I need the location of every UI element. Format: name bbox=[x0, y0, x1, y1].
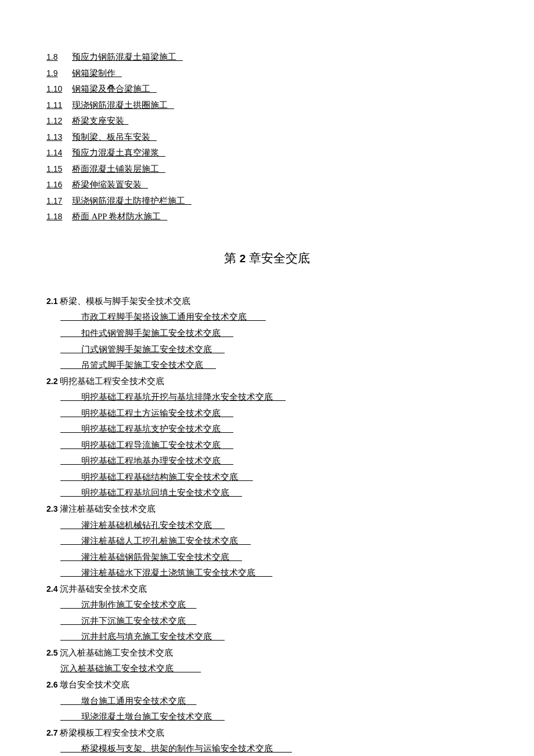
section-num: 2.5 bbox=[46, 645, 57, 661]
chapter-title: 第 2 章安全交底 bbox=[46, 247, 488, 270]
section-title: 桥梁模板工程安全技术交底 bbox=[60, 725, 164, 741]
sub-link: 明挖基础工程地基办理安全技术交底 bbox=[60, 456, 233, 465]
sub-item[interactable]: 沉井封底与填充施工安全技术交底 bbox=[60, 629, 488, 645]
toc-row[interactable]: 1.17现浇钢筋混凝土防撞护栏施工 bbox=[46, 193, 488, 209]
toc-label: 预制梁、板吊车安装 bbox=[72, 129, 157, 146]
sub-item[interactable]: 灌注桩基础钢筋骨架施工安全技术交底 bbox=[60, 549, 488, 566]
sub-item[interactable]: 明挖基础工程基坑回填土安全技术交底 bbox=[60, 485, 488, 501]
toc-label: 钢箱梁制作 bbox=[72, 66, 122, 82]
section-title: 明挖基础工程安全技术交底 bbox=[60, 374, 164, 390]
toc-row[interactable]: 1.8预应力钢筋混凝土箱梁施工 bbox=[46, 49, 488, 66]
toc-row[interactable]: 1.18桥面 APP 卷材防水施工 bbox=[46, 209, 488, 225]
section-num: 2.2 bbox=[46, 374, 57, 389]
toc-num: 1.16 bbox=[46, 177, 72, 193]
chapter-number: 2 bbox=[240, 252, 246, 265]
section-title: 灌注桩基础安全技术交底 bbox=[60, 501, 156, 518]
section-title: 墩台安全技术交底 bbox=[60, 677, 129, 693]
section-num: 2.3 bbox=[46, 501, 57, 517]
section-num: 2.7 bbox=[46, 725, 57, 741]
toc-num: 1.13 bbox=[46, 129, 72, 145]
sub-item[interactable]: 沉入桩基础施工安全技术交底 bbox=[60, 661, 488, 677]
section-head: 2.2明挖基础工程安全技术交底 bbox=[46, 374, 488, 390]
toc-row[interactable]: 1.12桥梁支座安装 bbox=[46, 113, 488, 129]
toc-num: 1.14 bbox=[46, 145, 72, 161]
toc-row[interactable]: 1.10钢箱梁及叠合梁施工 bbox=[46, 81, 488, 97]
toc-label: 预应力钢筋混凝土箱梁施工 bbox=[72, 49, 183, 66]
sub-link: 桥梁模板与支架、拱架的制作与运输安全技术交底 bbox=[60, 744, 292, 753]
sub-link: 明挖基础工程基坑支护安全技术交底 bbox=[60, 424, 233, 433]
section-title: 桥梁、模板与脚手架安全技术交底 bbox=[60, 294, 190, 310]
toc-label: 桥面 APP 卷材防水施工 bbox=[72, 209, 167, 225]
sub-item[interactable]: 沉井下沉施工安全技术交底 bbox=[60, 613, 488, 630]
sub-item[interactable]: 市政工程脚手架搭设施工通用安全技术交底 bbox=[60, 309, 488, 325]
sub-link: 明挖基础工程基础结构施工安全技术交底 bbox=[60, 472, 253, 482]
sub-link: 灌注桩基础人工挖孔桩施工安全技术交底 bbox=[60, 536, 251, 545]
section-head: 2.1桥梁、模板与脚手架安全技术交底 bbox=[46, 294, 488, 310]
sub-item[interactable]: 明挖基础工程土方运输安全技术交底 bbox=[60, 406, 488, 422]
section-num: 2.1 bbox=[46, 294, 57, 309]
toc-label: 预应力混凝土真空灌浆 bbox=[72, 145, 165, 161]
sub-link: 吊篮式脚手架施工安全技术交底 bbox=[60, 360, 216, 370]
sub-link: 沉井封底与填充施工安全技术交底 bbox=[60, 632, 225, 641]
toc-num: 1.9 bbox=[46, 66, 72, 81]
section-title: 沉入桩基础施工安全技术交底 bbox=[60, 645, 173, 661]
sub-link: 墩台施工通用安全技术交底 bbox=[60, 696, 196, 706]
sub-item[interactable]: 吊篮式脚手架施工安全技术交底 bbox=[60, 357, 488, 374]
sub-item[interactable]: 灌注桩基础机械钻孔安全技术交底 bbox=[60, 518, 488, 534]
toc-row[interactable]: 1.13预制梁、板吊车安装 bbox=[46, 129, 488, 146]
toc-num: 1.17 bbox=[46, 193, 72, 209]
toc-num: 1.18 bbox=[46, 209, 72, 225]
top-toc-list: 1.8预应力钢筋混凝土箱梁施工 1.9钢箱梁制作 1.10钢箱梁及叠合梁施工 1… bbox=[46, 49, 488, 225]
sub-item[interactable]: 明挖基础工程地基办理安全技术交底 bbox=[60, 453, 488, 469]
sub-item[interactable]: 明挖基础工程导流施工安全技术交底 bbox=[60, 437, 488, 454]
sub-item[interactable]: 现浇混凝土墩台施工安全技术交底 bbox=[60, 709, 488, 725]
toc-num: 1.12 bbox=[46, 113, 72, 129]
sub-item[interactable]: 灌注桩基础人工挖孔桩施工安全技术交底 bbox=[60, 533, 488, 549]
section-head: 2.6墩台安全技术交底 bbox=[46, 677, 488, 693]
toc-num: 1.10 bbox=[46, 81, 72, 97]
sub-item[interactable]: 门式钢管脚手架施工安全技术交底 bbox=[60, 342, 488, 358]
sub-item[interactable]: 灌注桩基础水下混凝土浇筑施工安全技术交底 bbox=[60, 565, 488, 581]
sub-link: 扣件式钢管脚手架施工安全技术交底 bbox=[60, 328, 233, 338]
sub-link: 明挖基础工程基坑回填土安全技术交底 bbox=[60, 488, 242, 497]
toc-num: 1.15 bbox=[46, 161, 72, 177]
toc-label: 桥面混凝土铺装层施工 bbox=[72, 161, 165, 178]
sub-item[interactable]: 明挖基础工程基础结构施工安全技术交底 bbox=[60, 469, 488, 486]
sub-link: 灌注桩基础水下混凝土浇筑施工安全技术交底 bbox=[60, 568, 272, 577]
sub-link: 灌注桩基础钢筋骨架施工安全技术交底 bbox=[60, 552, 242, 562]
toc-num: 1.11 bbox=[46, 97, 72, 113]
toc-row[interactable]: 1.9钢箱梁制作 bbox=[46, 66, 488, 82]
sub-link: 门式钢管脚手架施工安全技术交底 bbox=[60, 345, 225, 354]
sub-link: 现浇混凝土墩台施工安全技术交底 bbox=[60, 712, 225, 721]
sub-item[interactable]: 墩台施工通用安全技术交底 bbox=[60, 693, 488, 710]
sub-link: 沉入桩基础施工安全技术交底 bbox=[60, 664, 201, 673]
section-head: 2.3灌注桩基础安全技术交底 bbox=[46, 501, 488, 518]
sub-link: 明挖基础工程基坑开挖与基坑排降水安全技术交底 bbox=[60, 392, 286, 401]
sub-item[interactable]: 扣件式钢管脚手架施工安全技术交底 bbox=[60, 325, 488, 342]
toc-row[interactable]: 1.11现浇钢筋混凝土拱圈施工 bbox=[46, 97, 488, 114]
sub-item[interactable]: 沉井制作施工安全技术交底 bbox=[60, 597, 488, 613]
sub-item[interactable]: 桥梁模板与支架、拱架的制作与运输安全技术交底 bbox=[60, 741, 488, 756]
sub-link: 市政工程脚手架搭设施工通用安全技术交底 bbox=[60, 312, 266, 321]
sub-link: 灌注桩基础机械钻孔安全技术交底 bbox=[60, 520, 225, 530]
toc-label: 现浇钢筋混凝土防撞护栏施工 bbox=[72, 193, 192, 209]
toc-label: 现浇钢筋混凝土拱圈施工 bbox=[72, 97, 174, 114]
section-head: 2.4沉井基础安全技术交底 bbox=[46, 581, 488, 598]
section-head: 2.5沉入桩基础施工安全技术交底 bbox=[46, 645, 488, 661]
chapter-prefix: 第 bbox=[224, 251, 236, 265]
sub-item[interactable]: 明挖基础工程基坑开挖与基坑排降水安全技术交底 bbox=[60, 389, 488, 406]
toc-row[interactable]: 1.15桥面混凝土铺装层施工 bbox=[46, 161, 488, 178]
toc-row[interactable]: 1.14预应力混凝土真空灌浆 bbox=[46, 145, 488, 161]
section-num: 2.4 bbox=[46, 581, 57, 597]
section-head: 2.7桥梁模板工程安全技术交底 bbox=[46, 725, 488, 741]
sub-link: 沉井下沉施工安全技术交底 bbox=[60, 616, 196, 625]
toc-label: 桥梁伸缩装置安装 bbox=[72, 177, 148, 193]
section-title: 沉井基础安全技术交底 bbox=[60, 581, 147, 598]
sub-item[interactable]: 明挖基础工程基坑支护安全技术交底 bbox=[60, 421, 488, 437]
chapter-suffix: 章安全交底 bbox=[249, 251, 310, 265]
section-num: 2.6 bbox=[46, 677, 57, 693]
toc-label: 桥梁支座安装 bbox=[72, 113, 128, 129]
toc-row[interactable]: 1.16桥梁伸缩装置安装 bbox=[46, 177, 488, 193]
toc-label: 钢箱梁及叠合梁施工 bbox=[72, 81, 157, 97]
sub-link: 明挖基础工程土方运输安全技术交底 bbox=[60, 408, 233, 418]
